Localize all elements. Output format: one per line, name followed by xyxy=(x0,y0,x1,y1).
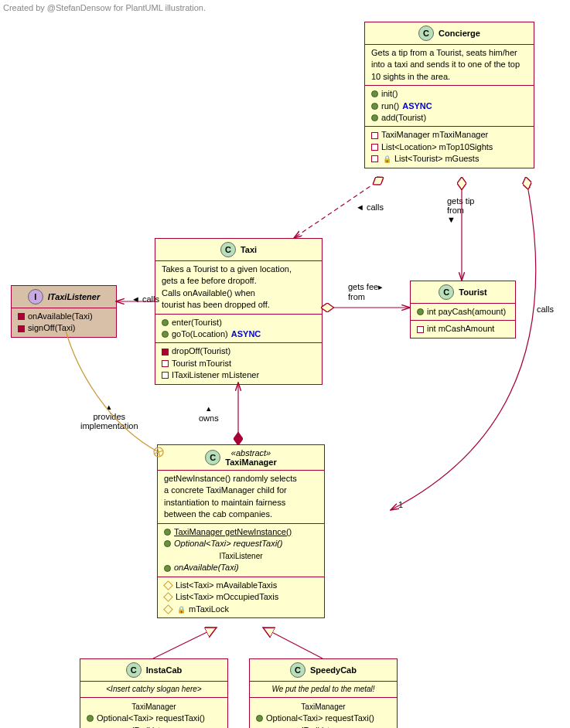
m: int payCash(amount) xyxy=(427,306,506,318)
m: Optional<Taxi> requestTaxi() xyxy=(174,538,282,549)
d: gets a fee before dropoff. xyxy=(162,276,257,285)
class-icon: C xyxy=(418,26,434,41)
stereotype: «abstract» xyxy=(231,448,271,458)
f: List<Location> mTop10Sights xyxy=(381,141,493,153)
m: TaxiManager getNewInstance() xyxy=(174,526,292,538)
diagram-caption: Created by @StefanDensow for PlantUML il… xyxy=(3,3,206,12)
sep: TaxiManager xyxy=(256,700,391,713)
slogan: We put the pedal to the metal! xyxy=(250,682,397,697)
interface-itaxilistener: I ITaxiListener onAvailable(Taxi) signOf… xyxy=(11,285,117,338)
m: run() xyxy=(381,100,399,112)
class-instacab: C InstaCab <Insert catchy slogan here> T… xyxy=(80,658,228,728)
f: Tourist mTourist xyxy=(172,358,231,369)
sep: TaxiManager xyxy=(87,700,221,713)
class-title: ITaxiListener xyxy=(48,292,100,301)
f: TaxiManager mTaxiManager xyxy=(381,129,488,141)
m: goTo(Location) xyxy=(172,328,228,340)
label-owns: ▴owns xyxy=(199,403,219,423)
d: Takes a Tourist to a given location, xyxy=(162,264,292,274)
slogan: <Insert catchy slogan here> xyxy=(80,682,227,697)
m: init() xyxy=(381,88,398,100)
m: Optional<Taxi> requestTaxi() xyxy=(97,713,205,724)
label-calls: calls xyxy=(537,304,554,314)
sep: ITaxiListener xyxy=(87,724,221,728)
label-one: 1 xyxy=(398,500,403,509)
f: ITaxiListener mListener xyxy=(172,369,259,381)
m: onAvailable(Taxi) xyxy=(174,562,239,573)
label-gets-tip: gets tipfrom▼ xyxy=(447,196,474,224)
label-gets-fee: gets fee▸from xyxy=(348,282,383,301)
m: Optional<Taxi> requestTaxi() xyxy=(266,713,374,724)
label-calls: ◄ calls xyxy=(131,294,159,304)
f: List<Tourist> mGuests xyxy=(394,153,479,165)
class-icon: C xyxy=(205,450,220,465)
f: List<Taxi> mAvailableTaxis xyxy=(176,580,277,591)
d: a concrete TaxiManager child for xyxy=(164,485,287,495)
f: List<Taxi> mOccupiedTaxis xyxy=(176,591,278,603)
d: tourist has been dropped off. xyxy=(162,300,270,309)
class-title: TaxiManager xyxy=(225,458,276,467)
class-title: Tourist xyxy=(459,287,486,297)
class-title: Taxi xyxy=(241,245,257,254)
class-concierge: C Concierge Gets a tip from a Tourist, s… xyxy=(364,22,534,168)
class-title: SpeedyCab xyxy=(310,665,357,675)
class-taximanager: C «abstract» TaxiManager getNewInstance(… xyxy=(157,444,325,618)
m: dropOff(Tourist) xyxy=(172,345,230,357)
sep: ITaxiListener xyxy=(164,549,318,562)
label-one: 1 xyxy=(526,180,531,189)
d: instantiation to maintain fairness xyxy=(164,498,285,507)
class-icon: C xyxy=(290,662,305,678)
m: onAvailable(Taxi) xyxy=(28,311,93,322)
sep: ITaxiListener xyxy=(256,724,391,728)
class-speedycab: C SpeedyCab We put the pedal to the meta… xyxy=(249,658,398,728)
d: between the cab companies. xyxy=(164,509,272,519)
f: int mCashAmount xyxy=(427,323,494,335)
class-icon: C xyxy=(126,662,142,678)
m: enter(Tourist) xyxy=(172,317,222,328)
label-calls: ◄ calls xyxy=(356,202,384,212)
class-taxi: C Taxi Takes a Tourist to a given locati… xyxy=(155,238,323,385)
m: signOff(Taxi) xyxy=(28,322,76,334)
async-tag: ASYNC xyxy=(402,100,432,112)
m: add(Tourist) xyxy=(381,112,426,124)
class-icon: C xyxy=(220,242,236,257)
class-desc: Gets a tip from a Tourist, seats him/her… xyxy=(365,45,534,85)
class-icon: C xyxy=(439,284,454,300)
label-provides: ▴providesimplementation xyxy=(80,402,138,430)
async-tag: ASYNC xyxy=(231,328,261,340)
class-tourist: C Tourist int payCash(amount) int mCashA… xyxy=(410,281,516,338)
interface-icon: I xyxy=(28,289,43,304)
d: Calls onAvailable() when xyxy=(162,288,255,298)
class-title: InstaCab xyxy=(146,665,182,675)
f: mTaxiLock xyxy=(189,604,229,615)
class-title: Concierge xyxy=(439,29,480,38)
d: getNewInstance() randomly selects xyxy=(164,474,297,483)
